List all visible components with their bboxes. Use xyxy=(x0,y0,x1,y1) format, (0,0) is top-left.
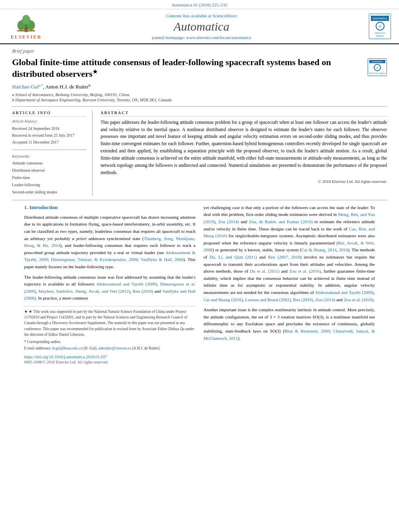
ref-zou2014[interactable]: Zou (2014) xyxy=(218,219,239,224)
email1-link[interactable]: hcgui@buaa.edu.cn xyxy=(52,346,82,350)
elsevier-label: ELSEVIER xyxy=(11,34,42,40)
paper-title-row: Global finite-time attitude consensus of… xyxy=(12,57,387,80)
journal-center: Contents lists available at ScienceDirec… xyxy=(48,13,355,40)
right-para1: yet challenging case is that only a port… xyxy=(204,204,375,303)
ref-ren2007[interactable]: Ren (2007, xyxy=(268,255,289,259)
ref-bai[interactable]: Bai, Arcak, & Wen, 2008 xyxy=(204,240,375,253)
abstract-text: This paper addresses the leader-followin… xyxy=(101,119,387,177)
ref-mayhew[interactable]: Mayhew, Sanfelice, Sheng, Arcak, and Tee… xyxy=(39,289,130,294)
ref-bhat[interactable]: Bhat & Bernstein, 2000 xyxy=(284,329,330,333)
page: Automatica 91 (2018) 225–232 ELSEVIER xyxy=(0,0,399,532)
ref-zou2014b[interactable]: Zou (2014) xyxy=(315,297,335,302)
divider-keywords xyxy=(12,150,86,150)
email-label: E-mail addresses: xyxy=(24,346,51,350)
journal-homepage: journal homepage: www.elsevier.com/locat… xyxy=(48,35,355,40)
ref-zou2016b[interactable]: Zou et al. (2016) xyxy=(289,269,321,273)
footnote-corresponding: * Corresponding author. xyxy=(24,339,195,345)
ref-dimarogonas[interactable]: Dimarogonas, Tsiotras, & Kyriakopoulos, … xyxy=(51,257,138,262)
svg-rect-5 xyxy=(17,30,35,31)
contents-text: Contents lists available at xyxy=(166,13,211,18)
received-text: Received 24 September 2016 xyxy=(12,125,86,132)
article-info-heading: ARTICLE INFO xyxy=(12,111,86,117)
ref-ren2010b[interactable]: 2010 xyxy=(291,255,300,259)
automatica-mini-label: automatica xyxy=(371,16,389,21)
ref-lawton[interactable]: Lawton and Beard (2002) xyxy=(245,297,291,302)
journal-citation: Automatica 91 (2018) 225–232 xyxy=(172,2,227,7)
author1-sup: a,* xyxy=(39,83,43,87)
footnote-star-text: ★ This work was supported in part by the… xyxy=(24,310,194,337)
author2-text: , Anton H.J. de Ruiter xyxy=(43,84,89,90)
ref-ren2010[interactable]: Ren (2010) xyxy=(133,289,153,294)
ref-du2011b[interactable]: Du et al. (2011) xyxy=(250,269,280,273)
top-bar: Automatica 91 (2018) 225–232 xyxy=(0,0,399,9)
paper-title-text: Global finite-time attitude consensus of… xyxy=(12,57,331,79)
footnote-star-note: ★ ★ This work was supported in part by t… xyxy=(24,309,195,337)
right-para2: Another important issue is the complex n… xyxy=(204,306,375,342)
issn-line: 0005-1098/© 2018 Elsevier Ltd. All right… xyxy=(12,360,387,364)
intro-para1: Distributed attitude consensus of multip… xyxy=(24,214,195,271)
ref-zou-et-al[interactable]: Zou et al. (2016) xyxy=(344,297,374,302)
keyword-1: Attitude consensus xyxy=(12,160,86,167)
affiliation-a: a School of Astronautics, Beihang Univer… xyxy=(12,92,387,97)
star-icon: ★ xyxy=(24,310,29,314)
abstract-heading: ABSTRACT xyxy=(101,111,387,117)
author1-link[interactable]: Haichao Gui xyxy=(12,84,39,90)
doi-line[interactable]: https://doi.org/10.1016/j.automatica.201… xyxy=(12,355,387,359)
affiliation-b: b Department of Aerospace Engineering, R… xyxy=(12,98,387,102)
article-abstract-section: ARTICLE INFO Article history: Received 2… xyxy=(12,111,387,196)
paper-content: Brief paper Global finite-time attitude … xyxy=(0,44,399,372)
email1-who: (H. Gui), xyxy=(83,346,97,350)
title-star: ★ xyxy=(93,69,98,75)
keyword-5: Second-order sliding modes xyxy=(12,189,86,196)
ref-abdessameud2009b[interactable]: Abdessameud and Tayebi (2009) xyxy=(96,281,157,286)
keywords-list: Attitude consensus Distributed observer … xyxy=(12,160,86,196)
check-updates-badge-right: automatica ✓ Check for updates xyxy=(368,58,387,76)
keyword-3: Finite-time xyxy=(12,174,86,181)
footnote-section: ★ ★ This work was supported in part by t… xyxy=(24,306,195,351)
copyright-line: © 2018 Elsevier Ltd. All rights reserved… xyxy=(101,179,387,184)
divider-after-affiliations xyxy=(12,106,387,107)
email2-who: (A.H.J. de Ruiter). xyxy=(132,346,160,350)
check-updates-label: Check for updates xyxy=(371,31,389,37)
left-col: 1. Introduction Distributed attitude con… xyxy=(24,204,195,351)
author2-sup: b xyxy=(89,83,91,87)
intro-heading: 1. Introduction xyxy=(24,204,195,211)
journal-header: ELSEVIER Contents lists available at Sci… xyxy=(0,9,399,44)
divider-main xyxy=(12,200,387,200)
check-circle-icon: ✓ xyxy=(376,22,385,31)
ref-thunberg[interactable]: Thunberg, Song, Montijano, Hong, & Hu, 2… xyxy=(24,236,195,248)
paper-type-label: Brief paper xyxy=(12,48,387,54)
doi-text[interactable]: https://doi.org/10.1016/j.automatica.201… xyxy=(24,355,107,359)
authors-line: Haichao Guia,*, Anton H.J. de Ruiterb xyxy=(12,83,387,90)
received-date: Received 24 September 2016 Received in r… xyxy=(12,125,86,146)
ref-abdessameud2009c[interactable]: Abdessameud and Tayebi (2009) xyxy=(315,290,374,295)
svg-point-4 xyxy=(22,15,30,25)
paper-title: Global finite-time attitude consensus of… xyxy=(12,57,364,80)
elsevier-logo: ELSEVIER xyxy=(8,12,44,40)
homepage-link[interactable]: www.elsevier.com/locate/automatica xyxy=(186,35,251,40)
ref-vandyke[interactable]: VanDyke & Hall, 2006 xyxy=(140,257,183,262)
article-info-col: ARTICLE INFO Article history: Received 2… xyxy=(12,111,93,196)
email2-link[interactable]: aderuiter@ryerson.ca xyxy=(98,346,131,350)
ref-zou2016[interactable]: Zou, de Ruiter, and Kumar (2016) xyxy=(249,219,313,224)
check-updates-text-right: Check for updates xyxy=(369,72,385,74)
accepted-text: Accepted 11 December 2017 xyxy=(12,139,86,146)
journal-title: Automatica xyxy=(48,20,355,33)
ref-du[interactable]: Du, Li, and Qian (2011) xyxy=(210,255,257,259)
ref-cai2014[interactable]: Cai & Huang, 2014 xyxy=(301,247,337,252)
right-col: yet challenging case is that only a port… xyxy=(204,204,375,351)
check-updates-badge: automatica ✓ Check for updates xyxy=(369,14,391,39)
keyword-4: Leader-following xyxy=(12,181,86,189)
sciencedirect-link[interactable]: ScienceDirect xyxy=(212,13,237,18)
intro-para2: The leader-following attitude consensus … xyxy=(24,274,195,302)
journal-right: automatica ✓ Check for updates xyxy=(359,14,391,39)
ref-cai2016[interactable]: 2016 xyxy=(339,247,348,252)
ref-cai-huang2016[interactable]: Cai and Huang (2016) xyxy=(204,297,243,302)
revised-text: Received in revised form 25 July 2017 xyxy=(12,132,86,139)
ref-ren2010c[interactable]: Ren (2010) xyxy=(293,297,313,302)
abstract-col: ABSTRACT This paper addresses the leader… xyxy=(101,111,387,196)
automatica-badge-small: automatica xyxy=(369,60,385,63)
main-body: 1. Introduction Distributed attitude con… xyxy=(12,204,387,351)
ref-cao[interactable]: Cao, Ren, and Meng (2010) xyxy=(204,226,375,238)
elsevier-tree-icon xyxy=(12,12,40,33)
